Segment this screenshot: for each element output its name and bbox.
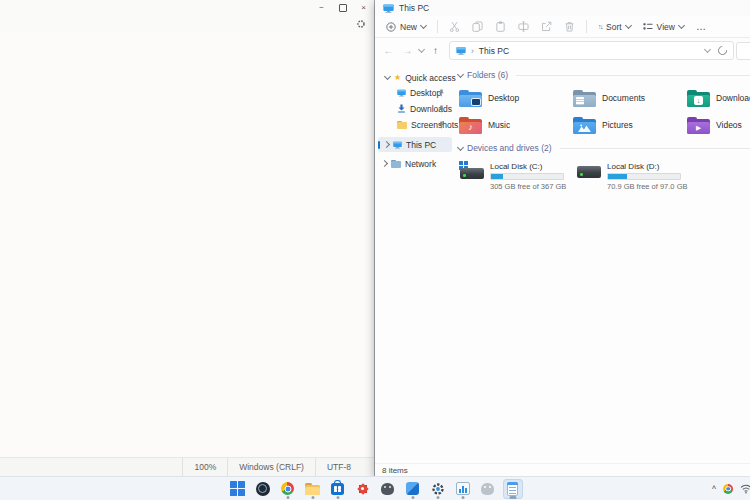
toolbar-divider: [586, 20, 587, 33]
start-button[interactable]: [228, 479, 248, 499]
address-dropdown-chevron-icon[interactable]: [704, 46, 711, 53]
sidebar-label: Desktop: [410, 88, 441, 98]
folder-icon: [397, 121, 407, 129]
sidebar-label: Screenshots: [411, 120, 458, 130]
maximize-button[interactable]: [332, 0, 353, 15]
group-header-devices[interactable]: Devices and drives (2): [455, 141, 750, 155]
back-button[interactable]: ←: [381, 46, 396, 56]
notepad-titlebar[interactable]: − ×: [0, 0, 374, 16]
running-indicator: [336, 496, 339, 499]
chevron-right-icon: [383, 141, 390, 148]
folder-tile-videos[interactable]: ▶ Videos: [687, 115, 750, 135]
sort-label: Sort: [606, 22, 622, 32]
monitor-icon: [397, 89, 406, 97]
folder-tile-documents[interactable]: Documents: [573, 88, 687, 108]
taskbar-file-explorer[interactable]: [303, 479, 323, 499]
pictures-folder-icon: [573, 117, 596, 134]
encoding[interactable]: UTF-8: [315, 458, 362, 477]
hard-drive-windows-icon: [459, 161, 485, 180]
downloads-folder-icon: ↓: [687, 90, 710, 107]
zoom-level[interactable]: 100%: [182, 458, 227, 477]
delete-button[interactable]: [558, 19, 581, 34]
folder-name: Documents: [602, 93, 645, 103]
star-icon: ★: [394, 74, 401, 82]
rename-button[interactable]: [512, 19, 535, 34]
share-icon: [541, 21, 552, 32]
sidebar-label: Downloads: [410, 104, 452, 114]
navigation-pane: ★ Quick access Desktop Downloads Screens…: [375, 63, 455, 463]
settings-gear-icon: [431, 482, 445, 496]
taskbar-notepad[interactable]: [503, 479, 523, 499]
group-header-folders[interactable]: Folders (6): [455, 68, 750, 82]
search-input[interactable]: [736, 42, 750, 60]
notepad-text-area[interactable]: [0, 32, 374, 458]
cut-button[interactable]: [443, 19, 466, 34]
sidebar-item-screenshots[interactable]: Screenshots: [378, 117, 452, 132]
chrome-tray-icon[interactable]: [723, 484, 733, 494]
taskbar-red-pinwheel-app[interactable]: [353, 479, 373, 499]
sort-button[interactable]: ↑↓ Sort: [592, 20, 637, 34]
sidebar-item-desktop[interactable]: Desktop: [378, 85, 452, 100]
folder-tile-desktop[interactable]: Desktop: [459, 88, 573, 108]
minimize-button[interactable]: −: [311, 0, 332, 15]
up-button[interactable]: ↑: [428, 46, 443, 56]
address-bar[interactable]: › This PC: [449, 41, 734, 60]
notepad-icon: [507, 482, 518, 496]
content-pane: Folders (6) Desktop Documents ↓ Download…: [455, 63, 750, 463]
group-label: Devices and drives (2): [467, 143, 552, 153]
blue-app-icon: [406, 482, 419, 495]
explorer-titlebar[interactable]: This PC: [375, 0, 750, 16]
monitor-icon: [393, 141, 402, 149]
drive-tile-c[interactable]: Local Disk (C:) 305 GB free of 367 GB: [459, 161, 576, 191]
chevron-down-icon: [678, 22, 685, 29]
explorer-toolbar: New ↑↓ So: [375, 16, 750, 38]
breadcrumb-separator: ›: [471, 46, 474, 56]
sidebar-item-downloads[interactable]: Downloads: [378, 101, 452, 116]
drive-tile-d[interactable]: Local Disk (D:) 70.9 GB free of 97.0 GB: [576, 161, 750, 191]
taskbar-icons: [228, 479, 523, 499]
view-button[interactable]: View: [637, 20, 690, 34]
documents-folder-icon: [573, 90, 596, 107]
paste-icon: [495, 21, 506, 32]
share-button[interactable]: [535, 19, 558, 34]
chevron-down-icon: [625, 22, 632, 29]
line-ending[interactable]: Windows (CRLF): [227, 458, 315, 477]
folders-grid: Desktop Documents ↓ Downloads ♪ Music: [455, 82, 750, 138]
windows-start-icon: [230, 481, 244, 495]
dark-mascot-app-icon: [381, 483, 394, 495]
gray-app-icon: [481, 483, 494, 495]
cut-icon: [449, 21, 460, 32]
recent-locations-chevron-icon[interactable]: [418, 46, 425, 53]
paste-button[interactable]: [489, 19, 512, 34]
refresh-icon[interactable]: [716, 44, 729, 57]
breadcrumb-location[interactable]: This PC: [479, 46, 509, 56]
taskbar-microsoft-store[interactable]: [328, 479, 348, 499]
copy-icon: [472, 21, 483, 32]
folder-tile-pictures[interactable]: Pictures: [573, 115, 687, 135]
taskbar-dark-mascot-app[interactable]: [378, 479, 398, 499]
sidebar-item-quick-access[interactable]: ★ Quick access: [378, 70, 452, 85]
chevron-down-icon: [384, 73, 391, 80]
taskbar-chrome[interactable]: [278, 479, 298, 499]
taskbar-task-manager[interactable]: [453, 479, 473, 499]
download-arrow-icon: [397, 104, 406, 113]
taskbar-settings[interactable]: [428, 479, 448, 499]
forward-button[interactable]: →: [400, 46, 415, 56]
new-button[interactable]: New: [380, 20, 432, 34]
drives-grid: Local Disk (C:) 305 GB free of 367 GB Lo…: [455, 155, 750, 191]
view-list-icon: [643, 22, 653, 31]
wifi-icon[interactable]: [740, 484, 750, 494]
folder-tile-music[interactable]: ♪ Music: [459, 115, 573, 135]
folder-tile-downloads[interactable]: ↓ Downloads: [687, 88, 750, 108]
copy-button[interactable]: [466, 19, 489, 34]
settings-gear-icon[interactable]: [356, 19, 366, 29]
sidebar-item-this-pc[interactable]: This PC: [378, 137, 452, 152]
taskbar-gray-app[interactable]: [478, 479, 498, 499]
show-hidden-icons-chevron[interactable]: ^: [712, 484, 716, 494]
desktop: − × 100% Windows (CRLF) UTF-8 This PC Ne…: [0, 0, 750, 500]
taskbar-blue-app[interactable]: [403, 479, 423, 499]
sidebar-item-network[interactable]: Network: [378, 156, 452, 171]
taskbar-rings-app[interactable]: [253, 479, 273, 499]
close-button[interactable]: ×: [353, 0, 374, 15]
see-more-button[interactable]: …: [690, 19, 713, 34]
